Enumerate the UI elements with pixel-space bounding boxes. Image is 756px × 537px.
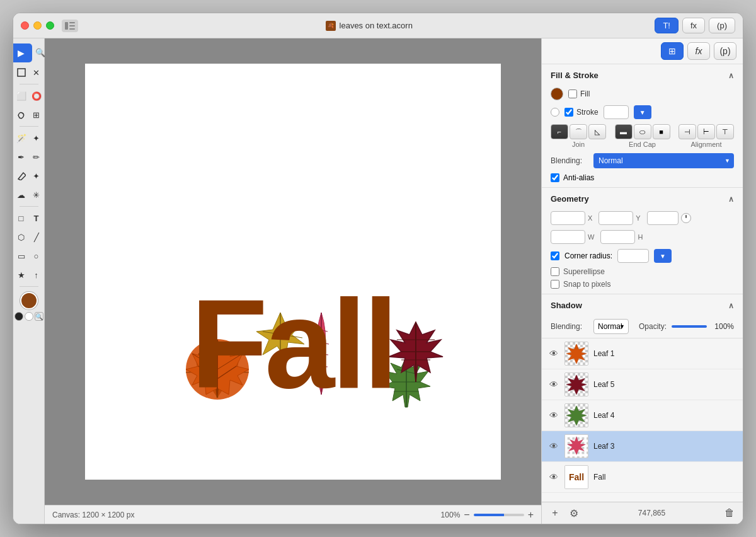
join-bevel-button[interactable]: ◺ (588, 124, 606, 139)
close-button[interactable] (21, 21, 29, 30)
endcap-flat-button[interactable]: ▬ (615, 124, 633, 139)
corner-radius-dropdown-button[interactable]: ▼ (654, 249, 672, 263)
canvas[interactable]: Fall (85, 64, 501, 480)
background-color[interactable] (25, 312, 33, 321)
zoom-level-mini[interactable]: 🔍 (35, 312, 43, 321)
h-input-wrap: 0 H (600, 230, 643, 244)
sidebar-toggle-button[interactable] (62, 20, 78, 32)
tab-layers-button[interactable]: ⊞ (661, 42, 684, 60)
properties-toolbar-btn[interactable]: (p) (709, 18, 735, 33)
eraser-tool-button[interactable] (14, 167, 28, 185)
snap-checkbox[interactable] (551, 280, 559, 289)
layer-eye-leaf3[interactable]: 👁 (548, 441, 559, 452)
align-inside-button[interactable]: ⊣ (679, 124, 696, 139)
angle-dial[interactable] (681, 213, 691, 223)
stroke-options-row: ⌐ ⌒ ◺ Join ▬ ⬭ ■ (551, 124, 734, 148)
circle-tool-button[interactable]: ○ (30, 247, 43, 265)
x-input[interactable]: 0 (551, 211, 585, 225)
endcap-square-button[interactable]: ■ (653, 124, 670, 139)
line-tool-button[interactable]: ╱ (30, 228, 43, 246)
fall-thumb-text: Fall (565, 466, 588, 488)
pencil-tool-button[interactable]: ✏ (30, 148, 43, 166)
layer-eye-leaf4[interactable]: 👁 (548, 410, 559, 421)
tab-effects-button[interactable]: fx (687, 42, 710, 60)
layer-name-leaf3: Leaf 3 (593, 442, 736, 451)
rect-select-button[interactable]: ⬜ (14, 87, 28, 105)
star-tool-button[interactable]: ★ (14, 266, 28, 284)
effects-toolbar-btn[interactable]: fx (682, 18, 705, 33)
pen-tool-button[interactable]: ✒ (14, 148, 28, 166)
shadow-section: Shadow ∧ Blending: Normal ▼ Opacity: 100… (542, 294, 743, 338)
blending-select[interactable]: Normal Multiply Screen Overlay (593, 153, 734, 168)
zoom-slider[interactable] (474, 514, 524, 516)
align-center-button[interactable]: ⊢ (697, 124, 715, 139)
antialias-checkbox[interactable] (551, 173, 559, 182)
ellipse-select-button[interactable]: ⭕ (30, 87, 43, 105)
spray-tool-button[interactable]: ✦ (30, 129, 43, 147)
canvas-container[interactable]: Fall (45, 38, 541, 505)
h-input[interactable]: 0 (600, 230, 635, 244)
geometry-header: Geometry ∧ (542, 188, 743, 209)
zoom-in-button[interactable]: + (528, 509, 534, 521)
svg-rect-0 (65, 22, 68, 30)
y-input[interactable]: 0 (598, 211, 633, 225)
select-tool-button[interactable]: ▶ (13, 43, 32, 62)
fill-checkbox[interactable] (568, 90, 577, 98)
layer-item-leaf5[interactable]: 👁 Leaf 5 (542, 369, 743, 400)
angle-input[interactable]: 0° (647, 211, 679, 225)
magic-select-button[interactable]: ⊞ (30, 106, 43, 124)
foreground-color[interactable] (14, 312, 23, 321)
zoom-out-button[interactable]: − (464, 509, 469, 521)
layer-item-leaf1[interactable]: 👁 Leaf 1 (542, 338, 743, 369)
minimize-button[interactable] (33, 21, 42, 30)
corner-radius-input[interactable]: 10 (617, 249, 649, 263)
clone-tool-button[interactable]: ✳ (30, 186, 43, 204)
layer-item-leaf4[interactable]: 👁 Leaf 4 (542, 400, 743, 431)
join-miter-button[interactable]: ⌐ (551, 124, 568, 139)
fill-checkbox-label: Fill (568, 90, 590, 98)
stroke-radio[interactable] (551, 108, 559, 117)
bezier-tool-button[interactable]: ⬡ (14, 228, 28, 246)
tab-props-button[interactable]: (p) (714, 42, 736, 60)
w-input[interactable]: 0 (551, 230, 585, 244)
arrow-tool-button[interactable]: ↑ (30, 266, 43, 284)
text-tool-button[interactable]: T (30, 209, 43, 227)
settings-layer-button[interactable]: ⚙ (567, 506, 581, 520)
stroke-value-input[interactable]: 1 (604, 105, 629, 119)
layers-toolbar-btn[interactable]: T! (655, 18, 679, 33)
shadow-chevron[interactable]: ∧ (728, 301, 734, 310)
superellipse-checkbox[interactable] (551, 267, 559, 276)
lasso-tool-button[interactable] (14, 106, 28, 124)
corner-radius-checkbox[interactable] (551, 251, 559, 260)
layer-eye-leaf1[interactable]: 👁 (548, 348, 559, 359)
stroke-dropdown-button[interactable]: ▼ (634, 105, 651, 119)
shape-tool-button[interactable]: □ (14, 209, 28, 227)
fill-stroke-chevron[interactable]: ∧ (728, 71, 734, 80)
color-swatch[interactable] (20, 292, 38, 309)
crop-tool-button[interactable] (14, 64, 28, 81)
align-outside-button[interactable]: ⊤ (716, 124, 734, 139)
corner-radius-label: Corner radius: (564, 251, 612, 260)
shadow-opacity-slider[interactable] (672, 325, 707, 328)
layer-eye-fall[interactable]: 👁 (548, 471, 559, 483)
y-input-wrap: 0 Y (598, 211, 640, 225)
shadow-blending-select[interactable]: Normal (593, 319, 629, 334)
stroke-checkbox[interactable] (564, 108, 573, 117)
layer-item-leaf3[interactable]: 👁 (542, 431, 743, 462)
endcap-round-button[interactable]: ⬭ (634, 124, 651, 139)
layer-item-fall[interactable]: 👁 Fall Fall (542, 462, 743, 493)
wand-tool-button[interactable]: 🪄 (14, 129, 28, 147)
geometry-chevron[interactable]: ∧ (728, 195, 734, 204)
maximize-button[interactable] (46, 21, 54, 30)
fill-color-swatch[interactable] (551, 88, 563, 100)
path-tools: ⬡ ╱ (14, 228, 43, 246)
blur-tool-button[interactable]: ☁ (14, 186, 28, 204)
transform-tool-button[interactable]: ✕ (30, 64, 43, 81)
layer-name-fall: Fall (593, 473, 736, 482)
add-layer-button[interactable]: + (548, 506, 562, 520)
delete-layer-button[interactable]: 🗑 (723, 506, 736, 520)
stamp-tool-button[interactable]: ✦ (30, 167, 43, 185)
layer-eye-leaf5[interactable]: 👁 (548, 379, 559, 390)
join-round-button[interactable]: ⌒ (570, 124, 587, 139)
rect-tool-button[interactable]: ▭ (14, 247, 28, 265)
